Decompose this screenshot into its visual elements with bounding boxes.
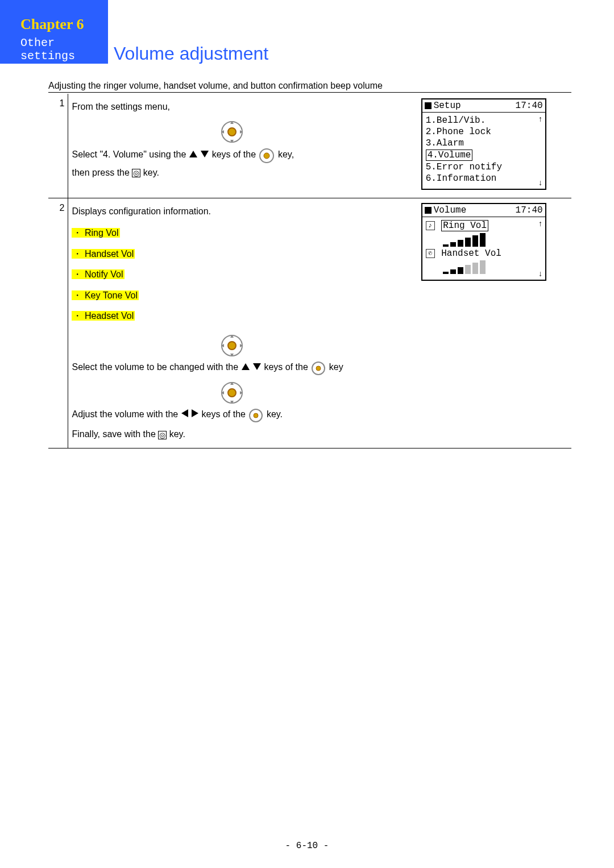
config-bullet: Key Tone Vol [72, 287, 392, 304]
page-number: - 6-10 - [0, 841, 614, 851]
text-fragment: key [329, 362, 343, 372]
svg-point-5 [228, 342, 236, 350]
config-bullet: Ring Vol [72, 225, 392, 242]
music-note-icon: ♪ [426, 221, 435, 230]
handset-vol-label: Handset Vol [441, 248, 501, 259]
chapter-number: Chapter 6 [20, 16, 108, 33]
text-fragment: keys of the [264, 362, 310, 372]
step2-screen-cell: Volume 17:40 ↑ ↓ ♪ Ring Vol [396, 198, 571, 448]
left-triangle-icon [181, 406, 189, 423]
text-fragment: keys of the [212, 149, 259, 159]
screen-title: Setup [425, 101, 461, 111]
text-fragment: Select the volume to be changed with the [72, 362, 240, 372]
ring-vol-label: Ring Vol [441, 220, 488, 231]
phone-screen-setup: Setup 17:40 ↑ ↓ 1.Bell/Vib.2.Phone lock3… [421, 98, 546, 190]
final-line: Finally, save with the ◎ key. [72, 426, 392, 443]
nav-pad-icon-small [310, 359, 326, 376]
config-bullet: Handset Vol [72, 246, 392, 263]
up-triangle-icon [189, 147, 198, 164]
intro-text: Adjusting the ringer volume, handset vol… [48, 81, 571, 93]
adjust-line: Adjust the volume with the keys of the k… [72, 406, 392, 423]
screen-title: Volume [425, 205, 467, 215]
menu-item: 3.Alarm [426, 138, 542, 149]
scroll-down-icon: ↓ [538, 269, 542, 279]
text-fragment: Select "4. Volume" using the [72, 149, 188, 159]
nav-pad-icon-small [248, 406, 264, 423]
step2-content: Displays configuration information. Ring… [68, 198, 396, 448]
svg-point-11 [254, 413, 258, 418]
handset-icon: ✆ [426, 249, 435, 258]
step-number: 1 [48, 94, 68, 198]
config-bullet: Notify Vol [72, 266, 392, 283]
handset-vol-row: ✆ Handset Vol [426, 248, 542, 259]
ring-vol-bars [443, 234, 542, 247]
menu-item: 2.Phone lock [426, 126, 542, 138]
nav-pad-icon [219, 333, 245, 359]
select-line: Select the volume to be changed with the… [72, 359, 392, 376]
text-fragment: keys of the [202, 409, 248, 419]
text-fragment: key. [267, 409, 283, 419]
step1-screen-cell: Setup 17:40 ↑ ↓ 1.Bell/Vib.2.Phone lock3… [396, 94, 571, 198]
menu-item: 4.Volume [426, 149, 542, 161]
svg-point-7 [316, 366, 321, 371]
nav-pad-icon-small [258, 147, 275, 164]
page-title: Volume adjustment [114, 43, 268, 64]
right-triangle-icon [191, 406, 199, 423]
svg-point-3 [264, 153, 269, 159]
scroll-up-icon: ↑ [538, 115, 542, 124]
nav-pad-icon [219, 380, 245, 406]
text-fragment: key, [278, 149, 294, 159]
ring-vol-row: ♪ Ring Vol [426, 219, 542, 232]
steps-table: 1 From the settings menu, Select "4. Vol… [48, 94, 571, 448]
screen-time: 17:40 [516, 205, 543, 215]
step1-content: From the settings menu, Select "4. Volum… [68, 94, 396, 198]
eye-key-icon: ◎ [132, 169, 140, 177]
step1-line2: Select "4. Volume" using the keys of the… [72, 146, 392, 164]
svg-point-9 [228, 389, 236, 397]
step2-line1: Displays configuration information. [72, 203, 392, 220]
text-fragment: then press the [72, 168, 132, 177]
scroll-up-icon: ↑ [538, 219, 542, 229]
menu-item: 5.Error notify [426, 161, 542, 173]
config-list: Ring Vol Handset Vol Notify Vol Key Tone… [72, 225, 392, 325]
handset-vol-bars [443, 261, 542, 274]
screen-time: 17:40 [516, 101, 543, 111]
step1-line3: then press the ◎ key. [72, 164, 392, 181]
text-fragment: key. [143, 168, 159, 177]
text-fragment: Finally, save with the [72, 429, 158, 439]
scroll-down-icon: ↓ [538, 178, 542, 188]
down-triangle-icon [252, 359, 262, 376]
text-fragment: Adjust the volume with the [72, 409, 180, 419]
page-body: Adjusting the ringer volume, handset vol… [48, 81, 571, 448]
chapter-header: Chapter 6 Other settings [0, 0, 108, 64]
menu-item: 1.Bell/Vib. [426, 115, 542, 126]
chapter-subtitle: Other settings [20, 36, 108, 63]
eye-key-icon: ◎ [158, 431, 167, 439]
nav-pad-icon [219, 119, 245, 145]
phone-screen-volume: Volume 17:40 ↑ ↓ ♪ Ring Vol [421, 203, 546, 281]
text-fragment: key. [169, 429, 185, 439]
config-bullet: Headset Vol [72, 308, 392, 325]
step-number: 2 [48, 198, 68, 448]
menu-item: 6.Information [426, 173, 542, 184]
up-triangle-icon [241, 359, 250, 376]
step1-line1: From the settings menu, [72, 98, 392, 115]
svg-point-1 [228, 128, 236, 136]
down-triangle-icon [200, 147, 209, 164]
